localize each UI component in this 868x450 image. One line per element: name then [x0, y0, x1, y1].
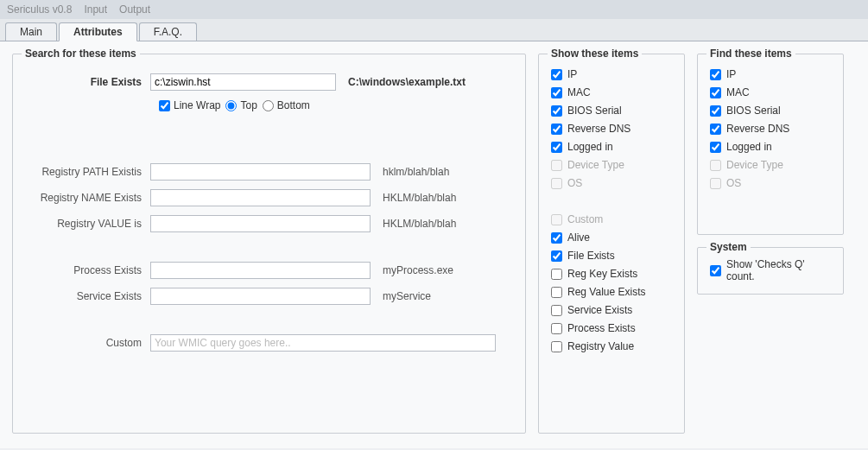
checkbox-item[interactable]: Registry Value — [551, 340, 672, 352]
file-exists-input[interactable] — [150, 73, 336, 91]
checkbox-item: Custom — [551, 213, 672, 225]
checkbox-label: Reg Value Exists — [567, 286, 646, 298]
custom-label: Custom — [25, 337, 150, 349]
checkbox-label: Service Exists — [567, 304, 632, 316]
checkbox-item: OS — [710, 177, 831, 189]
checkbox-item[interactable]: Reverse DNS — [551, 123, 672, 135]
reg-name-hint: HKLM/blah/blah — [383, 192, 456, 204]
checkbox-label: BIOS Serial — [567, 105, 622, 117]
checkbox-label: Reverse DNS — [567, 123, 630, 135]
service-input[interactable] — [150, 288, 371, 305]
checkbox-item: OS — [551, 177, 672, 189]
service-label: Service Exists — [25, 290, 150, 302]
checkbox-item[interactable]: BIOS Serial — [551, 105, 672, 117]
menu-input[interactable]: Input — [84, 3, 107, 16]
checkbox-label: Reverse DNS — [726, 123, 789, 135]
checkbox-label: IP — [567, 68, 577, 80]
search-panel: Search for these items File Exists C:\wi… — [12, 54, 526, 434]
checkbox-label: Logged in — [726, 141, 772, 153]
show-legend: Show these items — [548, 48, 642, 60]
checkbox-label: Process Exists — [567, 322, 636, 334]
checkbox-label: Registry Value — [567, 340, 634, 352]
checkbox-item[interactable]: MAC — [710, 86, 831, 98]
show-checks-q[interactable]: Show 'Checks Q' count. — [710, 258, 831, 282]
bottom-radio[interactable]: Bottom — [263, 99, 310, 111]
checkbox-item[interactable]: Service Exists — [551, 304, 672, 316]
reg-value-label: Registry VALUE is — [25, 218, 150, 230]
process-label: Process Exists — [25, 264, 150, 276]
tab-strip: Main Attributes F.A.Q. — [0, 19, 868, 41]
checkbox-item: Device Type — [710, 159, 831, 171]
show-list-2: CustomAliveFile ExistsReg Key ExistsReg … — [551, 210, 672, 352]
reg-path-label: Registry PATH Existis — [25, 166, 150, 178]
reg-path-input[interactable] — [150, 163, 371, 181]
service-hint: myService — [383, 290, 431, 302]
checkbox-label: Logged in — [567, 141, 613, 153]
checkbox-item[interactable]: Logged in — [551, 141, 672, 153]
top-radio[interactable]: Top — [225, 99, 257, 111]
process-hint: myProcess.exe — [383, 264, 453, 276]
checkbox-item[interactable]: MAC — [551, 86, 672, 98]
checkbox-label: IP — [726, 68, 736, 80]
checkbox-label: Device Type — [726, 159, 783, 171]
system-legend: System — [706, 241, 751, 253]
find-legend: Find these items — [706, 48, 795, 60]
line-wrap-check[interactable]: Line Wrap — [159, 99, 220, 111]
tab-attributes[interactable]: Attributes — [59, 22, 137, 41]
checkbox-item[interactable]: Process Exists — [551, 322, 672, 334]
process-input[interactable] — [150, 262, 371, 279]
checkbox-item[interactable]: Reverse DNS — [710, 123, 831, 135]
checkbox-item[interactable]: Reg Value Exists — [551, 286, 672, 298]
checkbox-label: Alive — [567, 231, 590, 244]
checkbox-item[interactable]: IP — [551, 68, 672, 80]
checkbox-label: File Exists — [567, 250, 615, 262]
file-exists-label: File Exists — [25, 76, 150, 88]
file-exists-hint: C:\windows\example.txt — [348, 76, 466, 88]
menu-output[interactable]: Output — [119, 3, 150, 16]
checkbox-label: OS — [567, 177, 582, 189]
checkbox-item[interactable]: IP — [710, 68, 831, 80]
checkbox-item[interactable]: BIOS Serial — [710, 105, 831, 117]
checkbox-label: Custom — [567, 213, 603, 225]
checkbox-item[interactable]: File Exists — [551, 250, 672, 262]
checkbox-label: MAC — [567, 86, 591, 98]
checkbox-label: OS — [726, 177, 741, 189]
checkbox-label: MAC — [726, 86, 750, 98]
search-legend: Search for these items — [22, 48, 140, 60]
reg-name-input[interactable] — [150, 189, 371, 206]
find-panel: Find these items IPMACBIOS SerialReverse… — [697, 54, 844, 235]
checkbox-label: Reg Key Exists — [567, 268, 637, 280]
custom-input[interactable] — [150, 334, 496, 352]
show-list-1: IPMACBIOS SerialReverse DNSLogged inDevi… — [551, 65, 672, 189]
reg-path-hint: hklm/blah/blah — [383, 166, 449, 178]
reg-name-label: Registry NAME Exists — [25, 192, 150, 204]
app-title: Sericulus v0.8 — [7, 3, 72, 16]
tab-main[interactable]: Main — [5, 22, 57, 41]
show-panel: Show these items IPMACBIOS SerialReverse… — [538, 54, 685, 434]
system-panel: System Show 'Checks Q' count. — [697, 247, 844, 295]
checkbox-item[interactable]: Reg Key Exists — [551, 268, 672, 280]
checkbox-item: Device Type — [551, 159, 672, 171]
reg-value-hint: HKLM/blah/blah — [383, 218, 456, 230]
checkbox-item[interactable]: Alive — [551, 231, 672, 244]
menubar: Sericulus v0.8 Input Output — [0, 0, 868, 19]
checkbox-label: BIOS Serial — [726, 105, 781, 117]
reg-value-input[interactable] — [150, 215, 371, 232]
checkbox-item[interactable]: Logged in — [710, 141, 831, 153]
find-list: IPMACBIOS SerialReverse DNSLogged inDevi… — [710, 65, 831, 189]
tab-faq[interactable]: F.A.Q. — [139, 22, 197, 41]
checkbox-label: Device Type — [567, 159, 624, 171]
